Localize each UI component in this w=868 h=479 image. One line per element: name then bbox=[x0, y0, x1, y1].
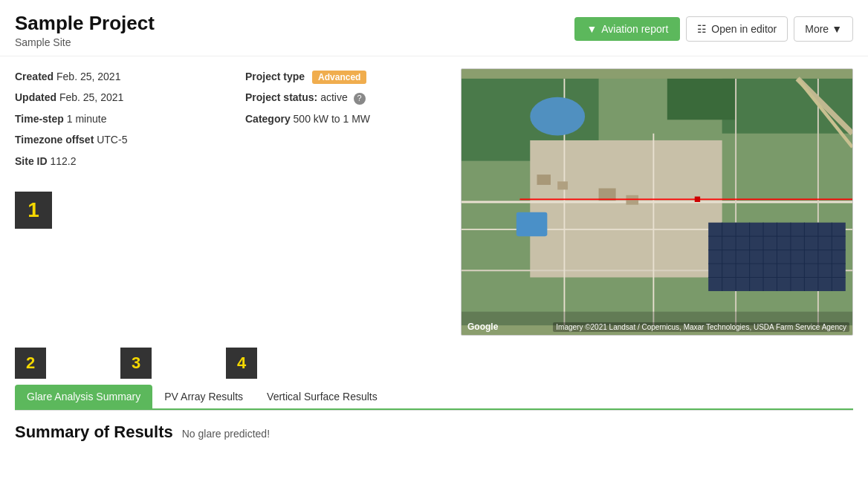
header-actions: ▼ Aviation report ☷ Open in editor More … bbox=[574, 16, 853, 42]
meta-col-right: Project type Advanced Project status: ac… bbox=[245, 68, 446, 232]
tabs-container: 2 3 4 Glare Analysis Summary PV Array Re… bbox=[0, 348, 868, 410]
meta-grid: Created Feb. 25, 2021 Updated Feb. 25, 2… bbox=[15, 68, 446, 232]
timestep-row: Time-step 1 minute bbox=[15, 111, 216, 127]
number-badge-1-wrapper: 1 bbox=[15, 192, 216, 232]
google-logo: Google bbox=[467, 322, 498, 332]
timestep-value: 1 minute bbox=[67, 113, 107, 125]
aviation-report-button[interactable]: ▼ Aviation report bbox=[574, 17, 680, 41]
svg-rect-30 bbox=[537, 175, 551, 185]
site-id-row: Site ID 112.2 bbox=[15, 153, 216, 169]
download-icon: ▼ bbox=[586, 23, 597, 35]
more-button[interactable]: More ▼ bbox=[794, 16, 853, 42]
tab-glare-analysis[interactable]: Glare Analysis Summary bbox=[15, 385, 152, 408]
timezone-row: Timezone offset UTC-5 bbox=[15, 131, 216, 148]
category-value: 500 kW to 1 MW bbox=[294, 113, 370, 125]
tab-badge-2: 2 bbox=[15, 348, 46, 382]
badge-4: 4 bbox=[226, 348, 257, 379]
project-type-label: Project type bbox=[245, 71, 305, 82]
tab-pv-array[interactable]: PV Array Results bbox=[152, 385, 255, 408]
meta-col-left: Created Feb. 25, 2021 Updated Feb. 25, 2… bbox=[15, 68, 216, 232]
tab-vertical-surface[interactable]: Vertical Surface Results bbox=[255, 385, 389, 408]
results-title-text: Summary of Results bbox=[15, 423, 173, 442]
site-id-label: Site ID bbox=[15, 155, 48, 167]
svg-point-28 bbox=[530, 97, 585, 136]
tabs-row: Glare Analysis Summary PV Array Results … bbox=[15, 385, 853, 410]
main-content: Created Feb. 25, 2021 Updated Feb. 25, 2… bbox=[0, 56, 868, 348]
timezone-value: UTC-5 bbox=[97, 134, 127, 146]
badge-3: 3 bbox=[120, 348, 152, 379]
editor-icon: ☷ bbox=[697, 23, 707, 35]
created-row: Created Feb. 25, 2021 bbox=[15, 68, 216, 85]
number-badge-1: 1 bbox=[15, 192, 52, 229]
map-attribution: Imagery ©2021 Landsat / Copernicus, Maxa… bbox=[553, 322, 849, 332]
badge-2: 2 bbox=[15, 348, 46, 379]
tab-badge-3: 3 bbox=[120, 348, 152, 382]
project-status-label: Project status: bbox=[245, 91, 317, 103]
map-section: Google Imagery ©2021 Landsat / Copernicu… bbox=[461, 68, 853, 336]
timestep-label: Time-step bbox=[15, 113, 64, 125]
header-title-block: Sample Project Sample Site bbox=[15, 12, 155, 48]
site-id-value: 112.2 bbox=[50, 155, 76, 167]
created-value: Feb. 25, 2021 bbox=[56, 71, 120, 82]
timezone-label: Timezone offset bbox=[15, 134, 94, 146]
results-section: Summary of Results No glare predicted! bbox=[0, 411, 868, 454]
project-status-value: active bbox=[320, 91, 348, 103]
status-help-icon[interactable]: ? bbox=[354, 93, 366, 105]
results-title-row: Summary of Results No glare predicted! bbox=[15, 423, 853, 442]
project-type-badge: Advanced bbox=[312, 71, 366, 84]
svg-rect-29 bbox=[516, 212, 548, 236]
created-label: Created bbox=[15, 71, 54, 82]
svg-rect-4 bbox=[530, 140, 722, 278]
updated-row: Updated Feb. 25, 2021 bbox=[15, 89, 216, 105]
open-in-editor-button[interactable]: ☷ Open in editor bbox=[686, 16, 788, 42]
svg-rect-3 bbox=[667, 79, 736, 120]
category-label: Category bbox=[245, 113, 291, 125]
meta-section: Created Feb. 25, 2021 Updated Feb. 25, 2… bbox=[15, 68, 446, 336]
svg-rect-31 bbox=[557, 181, 568, 189]
category-row: Category 500 kW to 1 MW bbox=[245, 111, 446, 127]
results-subtitle: No glare predicted! bbox=[182, 428, 270, 440]
map-container[interactable]: Google Imagery ©2021 Landsat / Copernicu… bbox=[461, 68, 853, 336]
tab-badges-row: 2 3 4 bbox=[15, 348, 853, 382]
page-header: Sample Project Sample Site ▼ Aviation re… bbox=[0, 0, 868, 56]
site-name: Sample Site bbox=[15, 36, 155, 48]
chevron-down-icon: ▼ bbox=[832, 23, 842, 35]
map-svg bbox=[461, 69, 852, 335]
tab-badge-4: 4 bbox=[226, 348, 257, 382]
updated-label: Updated bbox=[15, 91, 56, 103]
project-type-row: Project type Advanced bbox=[245, 68, 446, 85]
svg-rect-35 bbox=[695, 197, 700, 202]
project-title: Sample Project bbox=[15, 12, 155, 35]
updated-value: Feb. 25, 2021 bbox=[59, 91, 123, 103]
project-status-row: Project status: active ? bbox=[245, 89, 446, 105]
